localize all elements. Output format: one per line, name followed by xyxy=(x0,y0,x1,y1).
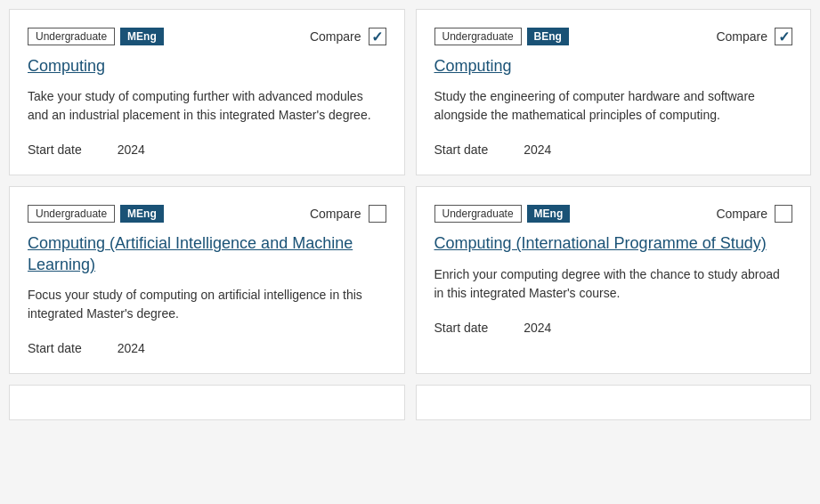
start-date-label: Start date xyxy=(28,341,82,355)
card-header: Undergraduate MEng Compare xyxy=(28,28,386,45)
partial-card-right xyxy=(416,385,812,420)
degree-type-badge: MEng xyxy=(527,205,571,223)
course-grid: Undergraduate MEng Compare Computing Tak… xyxy=(9,9,811,374)
start-date-label: Start date xyxy=(28,142,82,157)
partial-card-left xyxy=(9,385,405,420)
compare-area[interactable]: Compare xyxy=(310,28,386,45)
partial-row xyxy=(9,385,811,420)
course-card-3: Undergraduate MEng Compare Computing (Ar… xyxy=(9,186,405,374)
degree-type-badge: MEng xyxy=(120,205,164,223)
undergraduate-badge: Undergraduate xyxy=(28,28,115,45)
start-date-value: 2024 xyxy=(118,142,145,157)
undergraduate-badge: Undergraduate xyxy=(434,205,522,223)
card-footer: Start date 2024 xyxy=(434,142,793,157)
undergraduate-badge: Undergraduate xyxy=(434,28,522,45)
start-date-label: Start date xyxy=(434,142,489,157)
compare-label: Compare xyxy=(310,29,361,44)
course-title[interactable]: Computing (Artificial Intelligence and M… xyxy=(28,233,386,275)
course-description: Enrich your computing degree with the ch… xyxy=(434,265,793,303)
compare-label: Compare xyxy=(716,29,767,44)
course-card-2: Undergraduate BEng Compare Computing Stu… xyxy=(416,9,812,175)
card-header: Undergraduate BEng Compare xyxy=(434,28,793,45)
compare-checkbox[interactable] xyxy=(775,28,792,45)
badge-group: Undergraduate BEng xyxy=(434,28,569,45)
start-date-value: 2024 xyxy=(118,341,145,355)
compare-checkbox[interactable] xyxy=(369,28,386,45)
course-title[interactable]: Computing xyxy=(434,56,793,77)
course-description: Study the engineering of computer hardwa… xyxy=(434,87,793,125)
compare-checkbox[interactable] xyxy=(775,205,792,223)
course-description: Focus your study of computing on artific… xyxy=(28,286,386,323)
compare-area[interactable]: Compare xyxy=(716,28,792,45)
card-footer: Start date 2024 xyxy=(434,321,793,335)
course-card-1: Undergraduate MEng Compare Computing Tak… xyxy=(9,9,405,175)
card-footer: Start date 2024 xyxy=(28,341,386,355)
course-description: Take your study of computing further wit… xyxy=(28,87,386,125)
compare-label: Compare xyxy=(310,207,361,221)
badge-group: Undergraduate MEng xyxy=(28,28,164,45)
compare-checkbox[interactable] xyxy=(369,205,386,223)
badge-group: Undergraduate MEng xyxy=(28,205,164,223)
compare-label: Compare xyxy=(716,207,767,221)
degree-type-badge: BEng xyxy=(527,28,569,45)
card-header: Undergraduate MEng Compare xyxy=(28,205,386,223)
card-header: Undergraduate MEng Compare xyxy=(434,205,793,223)
undergraduate-badge: Undergraduate xyxy=(28,205,115,223)
start-date-value: 2024 xyxy=(524,142,551,157)
compare-area[interactable]: Compare xyxy=(310,205,386,223)
degree-type-badge: MEng xyxy=(120,28,164,45)
compare-area[interactable]: Compare xyxy=(716,205,792,223)
course-card-4: Undergraduate MEng Compare Computing (In… xyxy=(416,186,812,374)
start-date-value: 2024 xyxy=(524,321,551,335)
start-date-label: Start date xyxy=(434,321,489,335)
course-title[interactable]: Computing (International Programme of St… xyxy=(434,233,793,254)
card-footer: Start date 2024 xyxy=(28,142,386,157)
course-title[interactable]: Computing xyxy=(28,56,386,77)
badge-group: Undergraduate MEng xyxy=(434,205,571,223)
